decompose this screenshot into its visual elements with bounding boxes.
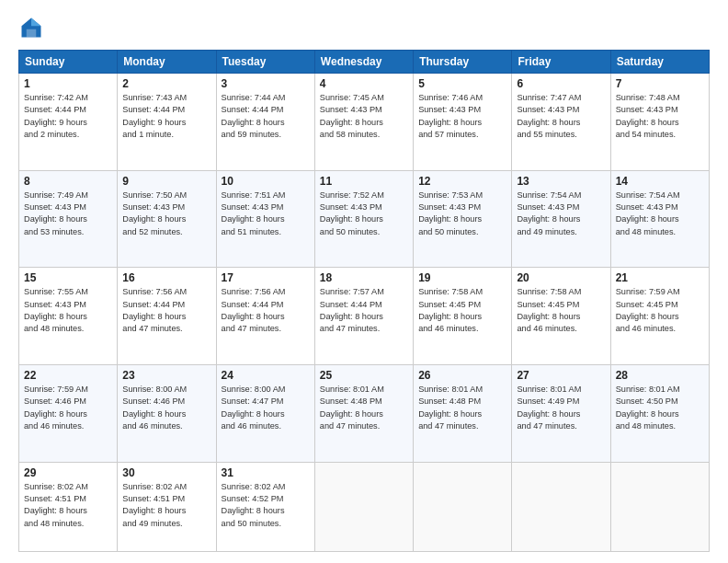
day-info: Sunrise: 7:56 AM Sunset: 4:44 PM Dayligh… xyxy=(122,286,210,335)
day-info: Sunrise: 7:57 AM Sunset: 4:44 PM Dayligh… xyxy=(320,286,408,335)
day-number: 9 xyxy=(122,175,210,188)
day-number: 7 xyxy=(616,77,704,90)
day-info: Sunrise: 8:01 AM Sunset: 4:50 PM Dayligh… xyxy=(616,384,704,432)
day-info: Sunrise: 8:01 AM Sunset: 4:48 PM Dayligh… xyxy=(418,384,506,432)
day-number: 13 xyxy=(517,175,605,188)
header-tuesday: Tuesday xyxy=(216,51,314,74)
day-info: Sunrise: 7:49 AM Sunset: 4:43 PM Dayligh… xyxy=(24,190,112,238)
day-number: 6 xyxy=(517,77,605,90)
calendar-cell: 3Sunrise: 7:44 AM Sunset: 4:44 PM Daylig… xyxy=(216,74,314,171)
calendar-cell: 6Sunrise: 7:47 AM Sunset: 4:43 PM Daylig… xyxy=(512,74,610,171)
calendar-cell: 30Sunrise: 8:02 AM Sunset: 4:51 PM Dayli… xyxy=(118,462,216,551)
calendar-cell: 22Sunrise: 7:59 AM Sunset: 4:46 PM Dayli… xyxy=(19,364,118,462)
calendar-cell: 19Sunrise: 7:58 AM Sunset: 4:45 PM Dayli… xyxy=(414,268,512,365)
calendar-cell: 31Sunrise: 8:02 AM Sunset: 4:52 PM Dayli… xyxy=(216,462,314,551)
calendar-cell: 16Sunrise: 7:56 AM Sunset: 4:44 PM Dayli… xyxy=(118,268,216,365)
day-info: Sunrise: 7:47 AM Sunset: 4:43 PM Dayligh… xyxy=(517,92,605,141)
day-info: Sunrise: 7:59 AM Sunset: 4:45 PM Dayligh… xyxy=(616,286,704,335)
calendar-cell: 17Sunrise: 7:56 AM Sunset: 4:44 PM Dayli… xyxy=(216,268,314,365)
day-info: Sunrise: 7:43 AM Sunset: 4:44 PM Dayligh… xyxy=(122,92,210,141)
header-saturday: Saturday xyxy=(610,51,709,74)
day-number: 24 xyxy=(222,369,310,382)
header-wednesday: Wednesday xyxy=(314,51,413,74)
weekday-header-row: Sunday Monday Tuesday Wednesday Thursday… xyxy=(19,51,710,74)
calendar-cell: 8Sunrise: 7:49 AM Sunset: 4:43 PM Daylig… xyxy=(19,170,118,268)
day-number: 23 xyxy=(122,369,210,382)
calendar-cell: 14Sunrise: 7:54 AM Sunset: 4:43 PM Dayli… xyxy=(610,170,709,268)
day-number: 30 xyxy=(122,466,210,479)
calendar-cell: 25Sunrise: 8:01 AM Sunset: 4:48 PM Dayli… xyxy=(314,364,413,462)
day-number: 2 xyxy=(122,77,210,90)
header-sunday: Sunday xyxy=(19,51,118,74)
day-number: 11 xyxy=(320,175,408,188)
day-number: 8 xyxy=(24,175,112,188)
calendar-cell: 23Sunrise: 8:00 AM Sunset: 4:46 PM Dayli… xyxy=(118,364,216,462)
calendar-table: Sunday Monday Tuesday Wednesday Thursday… xyxy=(18,50,710,552)
day-number: 18 xyxy=(320,271,408,284)
day-number: 3 xyxy=(222,77,310,90)
calendar-cell: 7Sunrise: 7:48 AM Sunset: 4:43 PM Daylig… xyxy=(610,74,709,171)
day-number: 21 xyxy=(616,271,704,284)
header-friday: Friday xyxy=(512,51,610,74)
day-number: 17 xyxy=(222,271,310,284)
calendar-cell xyxy=(610,462,709,551)
day-number: 15 xyxy=(24,271,112,284)
logo-icon xyxy=(18,15,44,40)
day-number: 25 xyxy=(320,369,408,382)
day-number: 19 xyxy=(418,271,506,284)
day-number: 4 xyxy=(320,77,408,90)
logo xyxy=(18,15,48,40)
calendar-cell: 10Sunrise: 7:51 AM Sunset: 4:43 PM Dayli… xyxy=(216,170,314,268)
day-info: Sunrise: 7:46 AM Sunset: 4:43 PM Dayligh… xyxy=(418,92,506,141)
day-info: Sunrise: 8:02 AM Sunset: 4:52 PM Dayligh… xyxy=(222,481,310,530)
calendar-cell: 26Sunrise: 8:01 AM Sunset: 4:48 PM Dayli… xyxy=(414,364,512,462)
day-info: Sunrise: 7:53 AM Sunset: 4:43 PM Dayligh… xyxy=(418,190,506,238)
day-info: Sunrise: 7:54 AM Sunset: 4:43 PM Dayligh… xyxy=(517,190,605,238)
svg-rect-2 xyxy=(27,29,37,38)
day-number: 28 xyxy=(616,369,704,382)
day-info: Sunrise: 7:56 AM Sunset: 4:44 PM Dayligh… xyxy=(222,286,310,335)
day-number: 22 xyxy=(24,369,112,382)
day-info: Sunrise: 8:01 AM Sunset: 4:48 PM Dayligh… xyxy=(320,384,408,432)
calendar-cell: 20Sunrise: 7:58 AM Sunset: 4:45 PM Dayli… xyxy=(512,268,610,365)
calendar-cell: 2Sunrise: 7:43 AM Sunset: 4:44 PM Daylig… xyxy=(118,74,216,171)
day-number: 29 xyxy=(24,466,112,479)
calendar-cell: 18Sunrise: 7:57 AM Sunset: 4:44 PM Dayli… xyxy=(314,268,413,365)
calendar-cell: 21Sunrise: 7:59 AM Sunset: 4:45 PM Dayli… xyxy=(610,268,709,365)
day-number: 5 xyxy=(418,77,506,90)
day-number: 20 xyxy=(517,271,605,284)
day-info: Sunrise: 7:51 AM Sunset: 4:43 PM Dayligh… xyxy=(222,190,310,238)
day-info: Sunrise: 8:02 AM Sunset: 4:51 PM Dayligh… xyxy=(122,481,210,530)
day-info: Sunrise: 7:44 AM Sunset: 4:44 PM Dayligh… xyxy=(222,92,310,141)
day-info: Sunrise: 7:48 AM Sunset: 4:43 PM Dayligh… xyxy=(616,92,704,141)
day-info: Sunrise: 7:55 AM Sunset: 4:43 PM Dayligh… xyxy=(24,286,112,335)
calendar-cell: 11Sunrise: 7:52 AM Sunset: 4:43 PM Dayli… xyxy=(314,170,413,268)
day-info: Sunrise: 8:02 AM Sunset: 4:51 PM Dayligh… xyxy=(24,481,112,530)
calendar-cell: 28Sunrise: 8:01 AM Sunset: 4:50 PM Dayli… xyxy=(610,364,709,462)
calendar-cell: 29Sunrise: 8:02 AM Sunset: 4:51 PM Dayli… xyxy=(19,462,118,551)
calendar-cell xyxy=(512,462,610,551)
day-number: 12 xyxy=(418,175,506,188)
day-info: Sunrise: 8:01 AM Sunset: 4:49 PM Dayligh… xyxy=(517,384,605,432)
page: Sunday Monday Tuesday Wednesday Thursday… xyxy=(0,0,728,563)
day-info: Sunrise: 8:00 AM Sunset: 4:47 PM Dayligh… xyxy=(222,384,310,432)
header-thursday: Thursday xyxy=(414,51,512,74)
day-info: Sunrise: 7:59 AM Sunset: 4:46 PM Dayligh… xyxy=(24,384,112,432)
day-number: 27 xyxy=(517,369,605,382)
day-info: Sunrise: 7:52 AM Sunset: 4:43 PM Dayligh… xyxy=(320,190,408,238)
day-info: Sunrise: 8:00 AM Sunset: 4:46 PM Dayligh… xyxy=(122,384,210,432)
day-info: Sunrise: 7:54 AM Sunset: 4:43 PM Dayligh… xyxy=(616,190,704,238)
calendar-cell: 12Sunrise: 7:53 AM Sunset: 4:43 PM Dayli… xyxy=(414,170,512,268)
calendar-cell xyxy=(414,462,512,551)
day-info: Sunrise: 7:45 AM Sunset: 4:43 PM Dayligh… xyxy=(320,92,408,141)
calendar-cell: 24Sunrise: 8:00 AM Sunset: 4:47 PM Dayli… xyxy=(216,364,314,462)
day-number: 14 xyxy=(616,175,704,188)
day-number: 10 xyxy=(222,175,310,188)
day-info: Sunrise: 7:58 AM Sunset: 4:45 PM Dayligh… xyxy=(517,286,605,335)
calendar-cell: 5Sunrise: 7:46 AM Sunset: 4:43 PM Daylig… xyxy=(414,74,512,171)
header xyxy=(18,15,710,40)
day-number: 26 xyxy=(418,369,506,382)
calendar-cell: 13Sunrise: 7:54 AM Sunset: 4:43 PM Dayli… xyxy=(512,170,610,268)
day-info: Sunrise: 7:42 AM Sunset: 4:44 PM Dayligh… xyxy=(24,92,112,141)
day-number: 16 xyxy=(122,271,210,284)
